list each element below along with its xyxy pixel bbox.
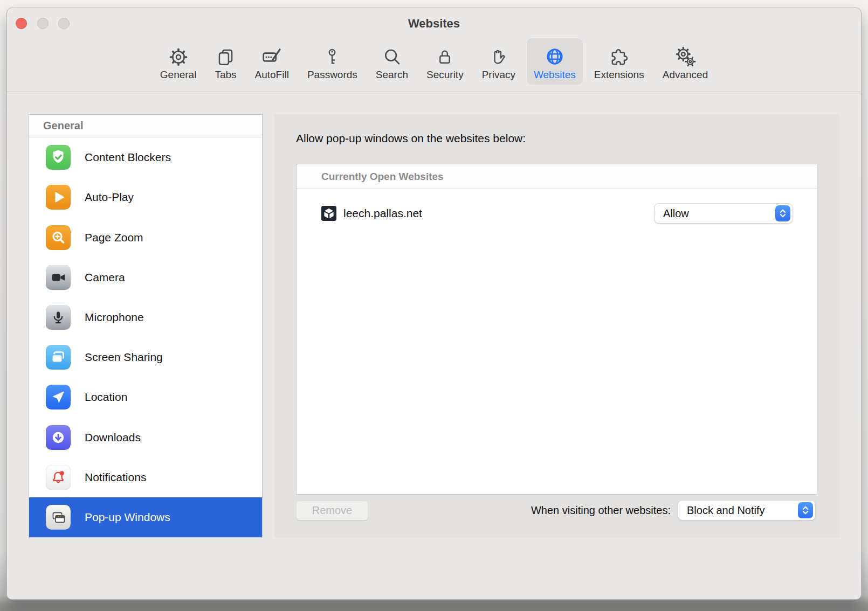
tab-label: General — [160, 70, 197, 80]
tab-label: Extensions — [594, 70, 644, 80]
hand-icon — [488, 44, 509, 67]
location-icon — [46, 385, 71, 409]
remove-button[interactable]: Remove — [296, 501, 368, 520]
tab-label: Privacy — [482, 70, 515, 80]
sidebar-item-label: Screen Sharing — [85, 351, 163, 364]
chevron-up-down-icon — [798, 502, 813, 518]
sidebar-item-label: Microphone — [85, 311, 144, 324]
tab-label: AutoFill — [255, 70, 289, 80]
gear-icon — [168, 44, 189, 67]
sidebar-item-pop-up-windows[interactable]: Pop-up Windows — [29, 497, 262, 537]
sidebar-item-notifications[interactable]: Notifications — [29, 457, 262, 497]
chevron-up-down-icon — [775, 205, 790, 221]
panel-heading: Allow pop-up windows on the websites bel… — [296, 132, 526, 145]
notifications-icon — [46, 465, 71, 490]
search-icon — [382, 44, 402, 67]
sidebar-item-label: Content Blockers — [85, 151, 171, 164]
puzzle-icon — [608, 44, 630, 67]
content-blockers-icon — [46, 145, 71, 170]
screen-sharing-icon — [46, 345, 71, 370]
table-header: Currently Open Websites — [297, 164, 817, 189]
site-domain: leech.pallas.net — [343, 207, 654, 220]
sidebar-item-label: Page Zoom — [85, 231, 143, 244]
tab-label: Advanced — [663, 70, 708, 80]
microphone-icon — [46, 305, 71, 330]
panel-footer: Remove When visiting other websites: Blo… — [296, 499, 816, 521]
sidebar-item-content-blockers[interactable]: Content Blockers — [29, 137, 262, 177]
tab-passwords[interactable]: Passwords — [300, 38, 364, 85]
preferences-toolbar: General Tabs — [7, 38, 861, 92]
preferences-window: Websites General — [6, 8, 862, 600]
page-zoom-icon — [46, 225, 71, 250]
tab-general[interactable]: General — [153, 38, 204, 85]
gears-icon — [674, 44, 697, 67]
other-websites-value: Block and Notify — [687, 504, 798, 517]
tab-label: Security — [426, 70, 464, 80]
sidebar-section-header: General — [29, 115, 262, 137]
pop-up-windows-panel: Allow pop-up windows on the websites bel… — [274, 114, 840, 538]
sidebar-list: Content Blockers Auto-Play — [29, 137, 262, 537]
table-row[interactable]: leech.pallas.net Allow — [297, 196, 817, 231]
permission-dropdown[interactable]: Allow — [654, 203, 793, 224]
sidebar-item-auto-play[interactable]: Auto-Play — [29, 177, 262, 217]
pop-up-windows-icon — [46, 505, 71, 530]
sidebar-item-label: Auto-Play — [85, 191, 134, 204]
tab-label: Websites — [534, 70, 576, 80]
content-area: General Content Blockers — [7, 92, 861, 599]
tab-tabs[interactable]: Tabs — [208, 38, 243, 85]
tab-label: Passwords — [307, 70, 357, 80]
sidebar-item-location[interactable]: Location — [29, 377, 262, 417]
sidebar-item-label: Location — [85, 391, 127, 404]
tab-privacy[interactable]: Privacy — [475, 38, 522, 85]
window-title: Websites — [7, 17, 861, 31]
sidebar-item-label: Pop-up Windows — [85, 511, 170, 524]
sidebar-item-label: Downloads — [85, 431, 141, 444]
downloads-icon — [46, 425, 71, 450]
sidebar-item-downloads[interactable]: Downloads — [29, 417, 262, 457]
auto-play-icon — [46, 185, 71, 210]
other-websites-dropdown[interactable]: Block and Notify — [678, 500, 816, 520]
sidebar-item-screen-sharing[interactable]: Screen Sharing — [29, 337, 262, 377]
key-icon — [322, 44, 342, 67]
sidebar-item-label: Camera — [85, 271, 125, 284]
globe-icon — [544, 44, 566, 67]
site-favicon-icon — [321, 206, 336, 221]
sidebar-item-microphone[interactable]: Microphone — [29, 297, 262, 337]
titlebar: Websites — [7, 8, 861, 38]
websites-table: Currently Open Websites leech.pallas.net… — [296, 164, 817, 495]
sidebar-item-page-zoom[interactable]: Page Zoom — [29, 217, 262, 257]
camera-icon — [46, 265, 71, 290]
tab-extensions[interactable]: Extensions — [587, 38, 651, 85]
tab-websites[interactable]: Websites — [527, 38, 583, 85]
tab-search[interactable]: Search — [369, 38, 415, 85]
tabs-icon — [216, 44, 236, 67]
tab-security[interactable]: Security — [419, 38, 471, 85]
tab-label: Search — [376, 70, 408, 80]
lock-icon — [435, 44, 454, 67]
permission-value: Allow — [663, 207, 775, 220]
websites-sidebar: General Content Blockers — [29, 114, 263, 538]
tab-label: Tabs — [215, 70, 236, 80]
sidebar-item-camera[interactable]: Camera — [29, 258, 262, 297]
tab-advanced[interactable]: Advanced — [656, 38, 715, 85]
tab-autofill[interactable]: AutoFill — [248, 38, 296, 85]
autofill-icon — [261, 44, 283, 67]
other-websites-label: When visiting other websites: — [531, 504, 671, 517]
sidebar-item-label: Notifications — [85, 471, 146, 484]
